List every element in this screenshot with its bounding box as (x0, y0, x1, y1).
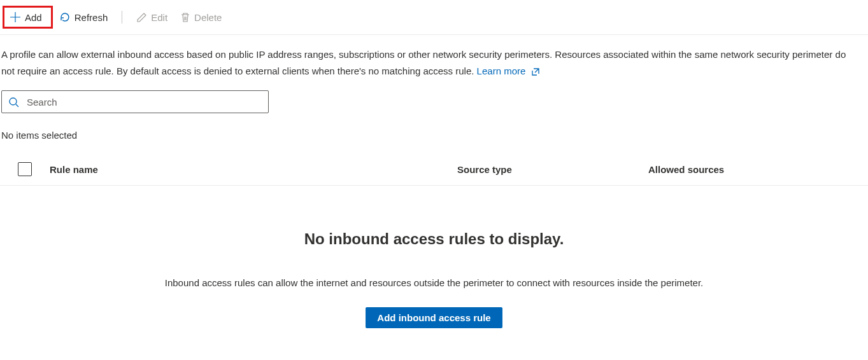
description-text: A profile can allow external inbound acc… (0, 35, 853, 79)
select-all-cell (0, 162, 50, 176)
refresh-label: Refresh (75, 12, 108, 23)
selection-count: No items selected (1, 130, 868, 141)
search-input[interactable] (27, 97, 262, 107)
select-all-checkbox[interactable] (18, 162, 32, 176)
add-button[interactable]: Add (3, 6, 53, 29)
table-header: Rule name Source type Allowed sources (0, 144, 868, 186)
svg-point-0 (10, 98, 17, 105)
edit-icon (136, 12, 147, 23)
empty-title: No inbound access rules to display. (0, 230, 868, 248)
column-allowed-sources[interactable]: Allowed sources (648, 164, 868, 175)
add-label: Add (25, 12, 42, 23)
delete-icon (180, 12, 190, 23)
column-rule-name[interactable]: Rule name (50, 164, 457, 175)
add-inbound-rule-button[interactable]: Add inbound access rule (366, 307, 502, 328)
refresh-button[interactable]: Refresh (53, 8, 115, 27)
search-box[interactable] (1, 90, 269, 113)
empty-state: No inbound access rules to display. Inbo… (0, 230, 868, 328)
delete-button: Delete (174, 8, 228, 27)
column-source-type[interactable]: Source type (457, 164, 648, 175)
toolbar: Add Refresh Edit Delete (0, 0, 868, 35)
edit-button: Edit (130, 8, 174, 27)
external-link-icon (531, 67, 540, 76)
refresh-icon (59, 11, 71, 23)
empty-subtitle: Inbound access rules can allow the inter… (0, 277, 868, 288)
plus-icon (10, 11, 21, 23)
learn-more-link[interactable]: Learn more (477, 66, 540, 76)
edit-label: Edit (151, 12, 167, 23)
learn-more-label: Learn more (477, 66, 526, 76)
search-icon (8, 97, 19, 107)
toolbar-divider (122, 11, 122, 24)
description-body: A profile can allow external inbound acc… (1, 49, 846, 76)
delete-label: Delete (194, 12, 222, 23)
